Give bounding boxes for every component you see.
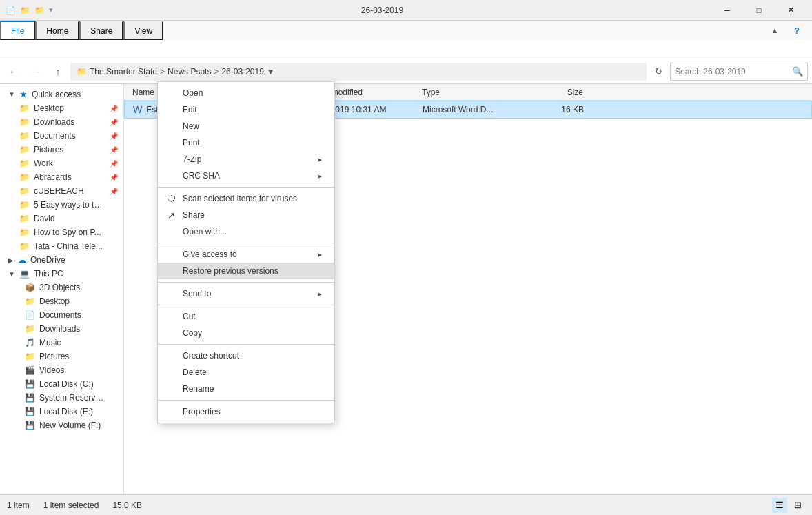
sidebar-item-videos[interactable]: 🎬 Videos: [0, 363, 123, 377]
ctx-label: Rename: [183, 384, 323, 394]
disk-icon: 💾: [25, 379, 35, 389]
ctx-label: Send to: [183, 289, 312, 299]
sidebar-item-work[interactable]: 📁 Work 📌: [0, 156, 123, 170]
sidebar-item-downloads2[interactable]: 📁 Downloads: [0, 322, 123, 336]
sidebar-this-pc[interactable]: ▼ 💻 This PC: [0, 267, 123, 281]
pin-icon: 📌: [110, 119, 118, 126]
ctx-7zip[interactable]: 7-Zip ►: [158, 151, 334, 168]
ctx-share[interactable]: ↗ Share: [158, 207, 334, 223]
context-menu: Open Edit New Print 7-Zip ► CRC SHA ► 🛡 …: [157, 81, 335, 423]
sidebar-item-david[interactable]: 📁 David: [0, 212, 123, 225]
ctx-open-with[interactable]: Open with...: [158, 223, 334, 240]
ctx-label: Delete: [183, 367, 323, 377]
ctx-copy[interactable]: Copy: [158, 325, 334, 341]
ctx-open[interactable]: Open: [158, 85, 334, 101]
title-bar: 📄 📁 📁 ▾ 26-03-2019 ─ □ ✕: [0, 0, 812, 21]
ctx-give-access[interactable]: Give access to ►: [158, 246, 334, 263]
col-type[interactable]: Type: [416, 88, 520, 97]
ctx-crcsha[interactable]: CRC SHA ►: [158, 168, 334, 184]
details-view-button[interactable]: ☰: [772, 498, 787, 513]
ctx-properties[interactable]: Properties: [158, 403, 334, 420]
sidebar-item-label: Desktop: [34, 103, 64, 113]
sidebar-item-documents[interactable]: 📁 Documents 📌: [0, 129, 123, 143]
sidebar-item-5easy[interactable]: 📁 5 Easy ways to tr...: [0, 198, 123, 212]
ctx-new[interactable]: New: [158, 118, 334, 134]
sidebar-item-music[interactable]: 🎵 Music: [0, 336, 123, 350]
breadcrumb-part2[interactable]: News Psots: [168, 67, 211, 77]
sidebar-item-label: Pictures: [34, 145, 63, 154]
chevron-down-icon: ▼: [8, 90, 15, 98]
sidebar-item-label: Downloads: [34, 117, 74, 127]
maximize-button[interactable]: □: [743, 0, 775, 21]
ctx-send-to[interactable]: Send to ►: [158, 285, 334, 302]
minimize-button[interactable]: ─: [711, 0, 743, 21]
ctx-scan-viruses[interactable]: 🛡 Scan selected items for viruses: [158, 190, 334, 207]
sidebar-item-downloads[interactable]: 📁 Downloads 📌: [0, 115, 123, 129]
sidebar-item-label: cUBEREACH: [34, 186, 84, 196]
sidebar-item-howtospy[interactable]: 📁 How to Spy on P...: [0, 225, 123, 239]
breadcrumb[interactable]: 📁 The Smarter State > News Psots > 26-03…: [70, 63, 647, 81]
sidebar-item-3dobjects[interactable]: 📦 3D Objects: [0, 281, 123, 294]
ctx-cut[interactable]: Cut: [158, 308, 334, 325]
sidebar-item-documents2[interactable]: 📄 Documents: [0, 308, 123, 322]
ctx-label: Create shortcut: [183, 351, 323, 361]
ctx-print[interactable]: Print: [158, 134, 334, 151]
sidebar-item-localc[interactable]: 💾 Local Disk (C:): [0, 377, 123, 391]
sidebar-item-label: 3D Objects: [39, 283, 80, 292]
refresh-button[interactable]: ↻: [649, 63, 667, 81]
ctx-rename[interactable]: Rename: [158, 381, 334, 397]
breadcrumb-part1[interactable]: The Smarter State: [90, 67, 157, 77]
sidebar-item-tata[interactable]: 📁 Tata - China Tele...: [0, 239, 123, 253]
titlebar-title: 26-03-2019: [53, 6, 711, 15]
sidebar-quick-access-header[interactable]: ▼ ★ Quick access: [0, 87, 123, 101]
sidebar-item-newvolume[interactable]: 💾 New Volume (F:): [0, 418, 123, 432]
folder-icon: 📁: [19, 117, 30, 127]
sidebar-item-cubereach[interactable]: 📁 cUBEREACH 📌: [0, 184, 123, 198]
sidebar-item-pictures[interactable]: 📁 Pictures 📌: [0, 143, 123, 156]
sidebar: ▼ ★ Quick access 📁 Desktop 📌 📁 Downloads…: [0, 84, 124, 494]
folder-icon: 📁: [19, 241, 30, 251]
sidebar-item-locale[interactable]: 💾 Local Disk (E:): [0, 405, 123, 418]
window-controls[interactable]: ─ □ ✕: [711, 0, 806, 21]
ctx-create-shortcut[interactable]: Create shortcut: [158, 347, 334, 364]
status-right: ☰ ⊞: [772, 498, 805, 513]
ctx-label: Edit: [183, 105, 323, 114]
file-size-cell: 16 KB: [520, 105, 589, 114]
sidebar-item-label: David: [34, 214, 55, 223]
ribbon-collapse-button[interactable]: ▲: [765, 21, 784, 39]
sidebar-item-label: Videos: [39, 365, 64, 375]
sidebar-onedrive[interactable]: ▶ ☁ OneDrive: [0, 253, 123, 267]
pin-icon: 📌: [110, 105, 118, 112]
search-input[interactable]: [675, 67, 792, 77]
tab-share[interactable]: Share: [79, 21, 123, 40]
disk-icon: 💾: [25, 393, 35, 403]
ctx-restore-versions[interactable]: Restore previous versions: [158, 263, 334, 279]
close-button[interactable]: ✕: [775, 0, 806, 21]
tab-file[interactable]: File: [0, 21, 35, 40]
tab-view[interactable]: View: [123, 21, 163, 40]
tab-home[interactable]: Home: [35, 21, 79, 40]
sidebar-item-abracards[interactable]: 📁 Abracards 📌: [0, 170, 123, 184]
music-icon: 🎵: [25, 338, 35, 347]
col-size[interactable]: Size: [520, 88, 589, 97]
titlebar-icon3: 📁: [34, 6, 45, 15]
sidebar-item-sysreserved[interactable]: 💾 System Reserved...: [0, 391, 123, 405]
sidebar-item-label: Pictures: [39, 352, 69, 361]
large-icons-view-button[interactable]: ⊞: [790, 498, 805, 513]
breadcrumb-part3[interactable]: 26-03-2019: [221, 67, 263, 77]
ctx-edit[interactable]: Edit: [158, 101, 334, 118]
help-button[interactable]: ?: [787, 21, 806, 39]
sidebar-item-pictures2[interactable]: 📁 Pictures: [0, 350, 123, 363]
ctx-label: Restore previous versions: [183, 266, 323, 276]
sidebar-item-desktop2[interactable]: 📁 Desktop: [0, 294, 123, 308]
chevron-right-icon: ▶: [8, 256, 14, 264]
sidebar-item-desktop[interactable]: 📁 Desktop 📌: [0, 101, 123, 115]
up-button[interactable]: ↑: [48, 63, 68, 81]
forward-button[interactable]: →: [26, 63, 45, 81]
ribbon-commands: [0, 40, 812, 59]
breadcrumb-dropdown[interactable]: ▼: [267, 67, 275, 77]
ctx-delete[interactable]: Delete: [158, 364, 334, 381]
sidebar-this-pc-label: This PC: [34, 269, 63, 279]
sidebar-item-label: How to Spy on P...: [34, 228, 101, 237]
back-button[interactable]: ←: [4, 63, 23, 81]
